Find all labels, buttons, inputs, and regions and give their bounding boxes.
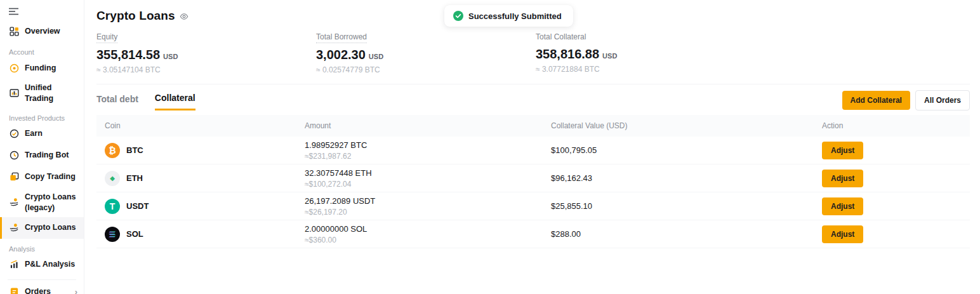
stat-equity: Equity 355,814.58 USD ≈ 3.05147104 BTC <box>96 30 316 74</box>
collateral-value: $100,795.05 <box>551 145 822 155</box>
stat-label[interactable]: Total Borrowed <box>316 32 367 43</box>
adjust-button[interactable]: Adjust <box>822 170 863 187</box>
amount-usd-approx: ≈$26,197.20 <box>305 208 551 217</box>
col-header-collateral-value: Collateral Value (USD) <box>551 121 822 130</box>
col-header-amount: Amount <box>305 121 551 130</box>
funding-icon <box>9 63 19 73</box>
coin-symbol: ETH <box>126 173 143 183</box>
stat-total-collateral: Total Collateral 358,816.88 USD ≈ 3.0772… <box>536 30 755 74</box>
page-title: Crypto Loans <box>96 9 175 23</box>
stat-approx-btc: ≈ 3.07721884 BTC <box>536 65 755 74</box>
overview-icon <box>9 26 19 36</box>
sidebar-item-label: Earn <box>25 128 43 139</box>
stat-value: 358,816.88 <box>536 47 599 62</box>
collateral-value: $25,855.10 <box>551 201 822 211</box>
stat-total-borrowed: Total Borrowed 3,002.30 USD ≈ 0.02574779… <box>316 30 536 74</box>
sidebar-item-orders[interactable]: Orders › <box>0 281 84 294</box>
col-header-coin: Coin <box>105 121 305 130</box>
sidebar-item-label: Funding <box>25 63 56 74</box>
sidebar-item-label: P&L Analysis <box>25 259 75 270</box>
main-content: Crypto Loans Equity 355,814.58 USD ≈ 3.0… <box>84 0 980 294</box>
collateral-table: Coin Amount Collateral Value (USD) Actio… <box>96 115 970 248</box>
sidebar-section-invested-products: Invested Products <box>9 114 84 122</box>
stat-value: 3,002.30 <box>316 48 366 62</box>
eth-icon: ◆ <box>105 171 120 186</box>
sidebar-item-label: Overview <box>25 26 60 37</box>
sidebar-item-label: Crypto Loans <box>25 222 76 233</box>
pnl-analysis-icon <box>9 260 19 270</box>
sidebar-item-label: Unified Trading <box>25 83 80 104</box>
col-header-action: Action <box>822 121 970 130</box>
sidebar-item-unified-trading[interactable]: Unified Trading <box>0 79 84 108</box>
adjust-button[interactable]: Adjust <box>822 225 863 243</box>
amount-usd-approx: ≈$100,272.04 <box>305 180 551 189</box>
chevron-right-icon: › <box>75 286 80 294</box>
sidebar-item-label: Trading Bot <box>25 150 69 161</box>
all-orders-button[interactable]: All Orders <box>915 90 970 110</box>
trading-bot-icon <box>9 150 19 161</box>
sidebar-section-account: Account <box>9 48 84 56</box>
header-divider <box>96 84 970 84</box>
tab-collateral[interactable]: Collateral <box>155 90 195 110</box>
adjust-button[interactable]: Adjust <box>822 197 863 215</box>
sidebar-item-earn[interactable]: Earn <box>0 123 84 145</box>
crypto-loans-icon <box>9 223 19 233</box>
sidebar-item-label: Copy Trading <box>25 171 76 182</box>
collateral-value: $288.00 <box>551 229 822 239</box>
coin-symbol: SOL <box>126 229 143 239</box>
toast-message: Successfully Submitted <box>468 11 562 21</box>
stat-approx-btc: ≈ 0.02574779 BTC <box>316 65 536 74</box>
sidebar-item-crypto-loans-legacy[interactable]: Crypto Loans (legacy) <box>0 188 84 217</box>
crypto-loans-legacy-icon <box>9 197 19 208</box>
stats-row: Equity 355,814.58 USD ≈ 3.05147104 BTC T… <box>96 30 970 74</box>
amount-value: 1.98952927 BTC <box>305 140 551 150</box>
stat-approx-btc: ≈ 3.05147104 BTC <box>96 65 316 74</box>
sidebar-item-trading-bot[interactable]: Trading Bot <box>0 145 84 166</box>
stat-unit: USD <box>369 53 383 60</box>
sidebar-item-pnl-analysis[interactable]: P&L Analysis <box>0 254 84 276</box>
visibility-eye-icon[interactable] <box>180 12 189 21</box>
tab-total-debt[interactable]: Total debt <box>96 91 138 110</box>
sidebar-item-overview[interactable]: Overview <box>0 20 84 42</box>
sidebar: Overview Account Funding Unified Trading… <box>0 0 84 294</box>
btc-icon: ₿ <box>105 143 120 158</box>
success-check-icon <box>453 11 463 21</box>
add-collateral-button[interactable]: Add Collateral <box>842 91 910 110</box>
table-row-eth: ◆ ETH 32.30757448 ETH ≈$100,272.04 $96,1… <box>96 164 970 192</box>
table-row-usdt: T USDT 26,197.2089 USDT ≈$26,197.20 $25,… <box>96 192 970 220</box>
sidebar-item-crypto-loans[interactable]: Crypto Loans <box>0 217 84 239</box>
stat-unit: USD <box>163 53 178 60</box>
usdt-icon: T <box>105 199 120 214</box>
amount-value: 32.30757448 ETH <box>305 168 551 178</box>
tab-bar: Total debt Collateral Add Collateral All… <box>96 90 970 110</box>
unified-trading-icon <box>9 88 19 98</box>
adjust-button[interactable]: Adjust <box>822 142 863 159</box>
stat-unit: USD <box>602 52 617 60</box>
coin-symbol: BTC <box>126 145 143 155</box>
table-row-btc: ₿ BTC 1.98952927 BTC ≈$231,987.62 $100,7… <box>96 137 970 164</box>
sidebar-item-copy-trading[interactable]: Copy Trading <box>0 166 84 188</box>
sidebar-divider <box>8 279 76 280</box>
table-header: Coin Amount Collateral Value (USD) Actio… <box>96 115 970 137</box>
sol-icon <box>105 227 120 242</box>
collateral-value: $96,162.43 <box>551 173 822 183</box>
earn-icon <box>9 129 19 139</box>
sidebar-item-funding[interactable]: Funding <box>0 57 84 79</box>
collapse-sidebar-icon[interactable] <box>9 5 22 18</box>
amount-usd-approx: ≈$231,987.62 <box>305 152 551 161</box>
stat-label[interactable]: Equity <box>96 32 117 43</box>
table-row-sol: SOL 2.00000000 SOL ≈$360.00 $288.00 Adju… <box>96 220 970 248</box>
orders-icon <box>9 287 19 294</box>
amount-usd-approx: ≈$360.00 <box>305 236 551 244</box>
crypto-loans-page: Overview Account Funding Unified Trading… <box>0 0 980 294</box>
stat-value: 355,814.58 <box>96 48 160 62</box>
amount-value: 26,197.2089 USDT <box>305 196 551 206</box>
amount-value: 2.00000000 SOL <box>305 224 551 234</box>
success-toast: Successfully Submitted <box>444 5 573 27</box>
sidebar-item-label: Orders <box>25 286 51 294</box>
coin-symbol: USDT <box>126 201 149 211</box>
sidebar-item-label: Crypto Loans (legacy) <box>25 192 80 213</box>
copy-trading-icon <box>9 172 19 182</box>
sidebar-section-analysis: Analysis <box>9 245 84 253</box>
stat-label: Total Collateral <box>536 32 586 43</box>
